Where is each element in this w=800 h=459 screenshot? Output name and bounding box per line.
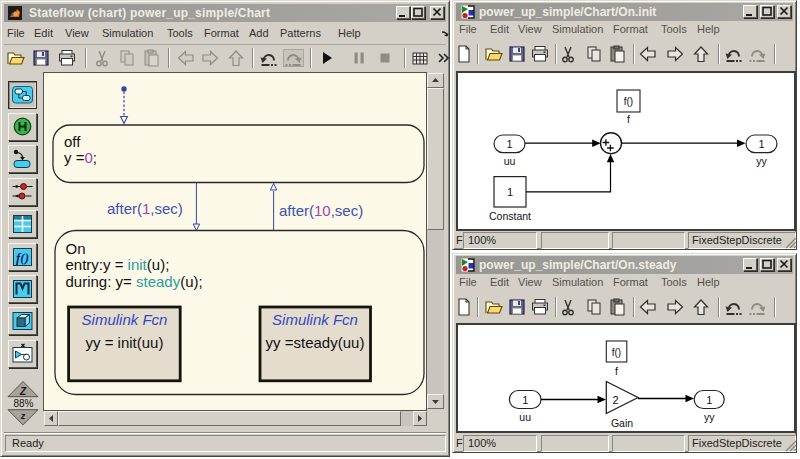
svg-text:1: 1 xyxy=(522,394,528,406)
svg-text:y =0;: y =0; xyxy=(64,149,97,166)
svg-text:f: f xyxy=(615,365,618,377)
svg-text:1: 1 xyxy=(758,138,764,150)
svg-text:after(10,sec): after(10,sec) xyxy=(279,202,363,219)
svg-text:entry:y = init(u);: entry:y = init(u); xyxy=(66,256,170,273)
svg-text:Gain: Gain xyxy=(611,417,633,429)
svg-text:uu: uu xyxy=(504,155,516,167)
svg-text:88%: 88% xyxy=(13,398,33,409)
svg-text:Constant: Constant xyxy=(489,210,531,222)
svg-text:1: 1 xyxy=(507,186,513,198)
svg-text:during: y= steady(u);: during: y= steady(u); xyxy=(66,273,203,290)
svg-text:1: 1 xyxy=(706,394,712,406)
svg-text:yy =steady(uu): yy =steady(uu) xyxy=(266,334,365,351)
svg-text:Simulink Fcn: Simulink Fcn xyxy=(82,311,168,328)
svg-text:yy: yy xyxy=(756,155,767,167)
svg-text:2: 2 xyxy=(612,394,618,406)
svg-text:after(1,sec): after(1,sec) xyxy=(107,200,183,217)
svg-text:f(): f() xyxy=(624,96,633,107)
svg-text:Simulink Fcn: Simulink Fcn xyxy=(272,311,358,328)
svg-text:z: z xyxy=(20,411,26,421)
svg-text:1: 1 xyxy=(506,138,512,150)
svg-text:uu: uu xyxy=(519,411,531,423)
svg-text:f(): f() xyxy=(16,250,29,265)
svg-text:f: f xyxy=(627,113,630,125)
svg-text:Z: Z xyxy=(19,386,27,397)
svg-text:off: off xyxy=(64,133,81,150)
svg-text:f(): f() xyxy=(612,347,621,358)
svg-text:yy = init(uu): yy = init(uu) xyxy=(86,334,164,351)
svg-text:On: On xyxy=(66,240,86,257)
svg-text:yy: yy xyxy=(704,411,715,423)
